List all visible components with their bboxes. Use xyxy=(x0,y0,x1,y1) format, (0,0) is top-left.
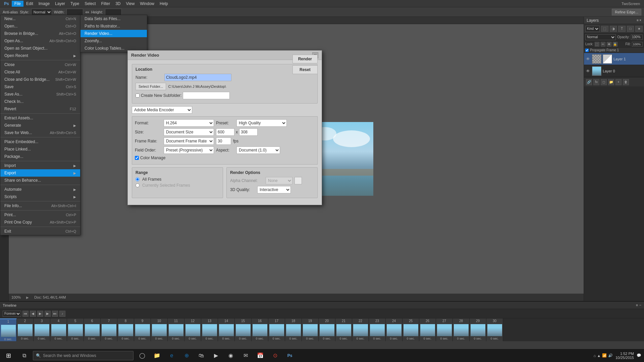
style-select[interactable]: Normal xyxy=(31,9,52,15)
tray-network-icon[interactable]: 📶 xyxy=(602,353,607,358)
frame-23[interactable]: 230 sec. xyxy=(369,318,386,341)
menu-image[interactable]: Image xyxy=(36,1,52,7)
menu-exit[interactable]: ExitCtrl+Q xyxy=(0,228,80,235)
color-manage-checkbox[interactable] xyxy=(135,156,139,160)
ps-taskbar[interactable]: Ps xyxy=(282,349,297,362)
alpha-channel-select[interactable]: None xyxy=(266,177,292,184)
menu-export[interactable]: Export xyxy=(0,169,80,177)
layer-0-visibility[interactable]: 👁 xyxy=(585,68,591,74)
menu-save[interactable]: SaveCtrl+S xyxy=(0,83,80,90)
menu-share-behance[interactable]: Share on Behance... xyxy=(0,177,80,184)
notification-icon[interactable]: 💬 xyxy=(637,353,641,358)
frame-3[interactable]: 30 sec. xyxy=(34,318,50,341)
height-field[interactable] xyxy=(239,128,258,136)
layer-mask-button[interactable]: ◻ xyxy=(601,79,607,85)
mail-taskbar[interactable]: ✉ xyxy=(238,349,253,362)
frame-22[interactable]: 220 sec. xyxy=(352,318,369,341)
frame-rate-select[interactable]: Document Frame Rate xyxy=(164,137,214,145)
timeline-menu[interactable]: ≡ xyxy=(636,303,638,307)
frame-13[interactable]: 130 sec. xyxy=(201,318,218,341)
lock-position[interactable]: ✚ xyxy=(607,42,611,47)
frame-4[interactable]: 40 sec. xyxy=(50,318,67,341)
encoder-select[interactable]: Adobe Media Encoder xyxy=(132,106,192,114)
frame-2[interactable]: 20 sec. xyxy=(17,318,34,341)
format-select[interactable]: H.264 xyxy=(164,119,214,127)
tray-icon-2[interactable]: ▲ xyxy=(597,354,601,358)
layer-fx-button[interactable]: fx xyxy=(593,79,599,85)
menu-filter[interactable]: Filter xyxy=(98,1,113,7)
frame-27[interactable]: 270 sec. xyxy=(436,318,453,341)
export-paths-illustrator[interactable]: Paths to Illustrator... xyxy=(80,22,147,30)
menu-save-for-web[interactable]: Save for Web...Alt+Shift+Ctrl+S xyxy=(0,129,80,136)
lock-all[interactable]: 🔒 xyxy=(613,42,618,47)
layer-filter-adjust[interactable]: ◑ xyxy=(610,26,617,32)
layer-filter-shape[interactable]: □ xyxy=(627,26,634,32)
layer-link-button[interactable]: 🔗 xyxy=(586,79,592,85)
layer-filter-pixel[interactable]: ⬚ xyxy=(601,26,608,32)
size-select[interactable]: Document Size xyxy=(164,128,214,136)
menu-open-as[interactable]: Open As...Alt+Shift+Ctrl+O xyxy=(0,37,80,45)
fps-input[interactable] xyxy=(216,137,231,145)
menu-ps[interactable]: Ps xyxy=(1,1,12,7)
layer-item-1[interactable]: 👁 Layer 1 xyxy=(584,53,644,65)
menu-open[interactable]: Open...Ctrl+O xyxy=(0,22,80,30)
menu-close[interactable]: CloseCtrl+W xyxy=(0,61,80,68)
menu-open-smart-obj[interactable]: Open as Smart Object... xyxy=(0,45,80,52)
menu-automate[interactable]: Automate xyxy=(0,186,80,193)
layers-panel-menu[interactable]: ≡ xyxy=(637,18,639,22)
menu-check-in[interactable]: Check In... xyxy=(0,98,80,105)
menu-window[interactable]: Window xyxy=(137,1,157,7)
frame-19[interactable]: 190 sec. xyxy=(302,318,319,341)
menu-layer[interactable]: Layer xyxy=(52,1,68,7)
filename-input[interactable] xyxy=(164,74,231,81)
store-taskbar[interactable]: 🛍 xyxy=(194,349,209,362)
subfolder-input[interactable] xyxy=(183,92,230,99)
menu-place-embedded[interactable]: Place Embedded... xyxy=(0,138,80,145)
menu-print[interactable]: Print...Ctrl+P xyxy=(0,211,80,219)
fill-input[interactable] xyxy=(632,42,643,47)
menu-extract-assets[interactable]: Extract Assets... xyxy=(0,114,80,122)
frame-6[interactable]: 60 sec. xyxy=(84,318,101,341)
ie-taskbar[interactable]: ⊕ xyxy=(179,349,194,362)
layers-panel-close[interactable]: × xyxy=(639,18,641,22)
reset-button[interactable]: Reset xyxy=(292,65,318,74)
layer-item-0[interactable]: 👁 Layer 0 xyxy=(584,65,644,77)
layer-kind-filter[interactable]: Kind xyxy=(585,26,600,32)
frame-12[interactable]: 120 sec. xyxy=(184,318,201,341)
next-frame-button[interactable]: ▶ xyxy=(45,311,51,317)
frame-24[interactable]: 240 sec. xyxy=(386,318,402,341)
frame-5[interactable]: 50 sec. xyxy=(67,318,84,341)
menu-close-all[interactable]: Close AllAlt+Ctrl+W xyxy=(0,68,80,76)
layer-add-button[interactable]: + xyxy=(615,79,622,85)
frame-28[interactable]: 280 sec. xyxy=(453,318,470,341)
frame-17[interactable]: 170 sec. xyxy=(268,318,285,341)
frame-30[interactable]: 300 sec. xyxy=(486,318,503,341)
frame-10[interactable]: 100 sec. xyxy=(151,318,168,341)
field-order-select[interactable]: Preset (Progressive) xyxy=(164,146,214,154)
blend-mode-select[interactable]: Normal xyxy=(585,34,616,40)
menu-open-recent[interactable]: Open Recent xyxy=(0,52,80,59)
frame-1[interactable]: 1 0 sec. xyxy=(0,318,17,341)
file-explorer-taskbar[interactable]: 📁 xyxy=(150,349,164,362)
propagate-frame-checkbox[interactable] xyxy=(585,49,589,52)
tray-volume-icon[interactable]: 🔊 xyxy=(608,353,613,358)
lock-transparent[interactable]: ⬚ xyxy=(595,42,599,47)
menu-place-linked[interactable]: Place Linked... xyxy=(0,145,80,153)
clock[interactable]: 1:52 PM 10/25/2015 xyxy=(615,352,634,360)
start-button[interactable]: ⊞ xyxy=(0,349,17,362)
menu-select[interactable]: Select xyxy=(82,1,98,7)
preset-select[interactable]: High Quality xyxy=(236,119,287,127)
cortana-icon[interactable]: ◯ xyxy=(135,349,150,362)
menu-edit[interactable]: Edit xyxy=(23,1,36,7)
last-frame-button[interactable]: ⏭ xyxy=(52,311,58,317)
frame-26[interactable]: 260 sec. xyxy=(419,318,436,341)
opacity-input[interactable] xyxy=(631,35,643,40)
width-field[interactable] xyxy=(216,128,234,136)
quality-select[interactable]: Interactive xyxy=(257,186,291,193)
frame-9[interactable]: 90 sec. xyxy=(134,318,151,341)
loop-select[interactable]: Forever xyxy=(3,311,21,317)
task-view-icon[interactable]: ⧉ xyxy=(17,349,32,362)
menu-type[interactable]: Type xyxy=(68,1,82,7)
select-folder-button[interactable]: Select Folder... xyxy=(136,83,166,90)
audio-button[interactable]: ♪ xyxy=(59,311,65,317)
